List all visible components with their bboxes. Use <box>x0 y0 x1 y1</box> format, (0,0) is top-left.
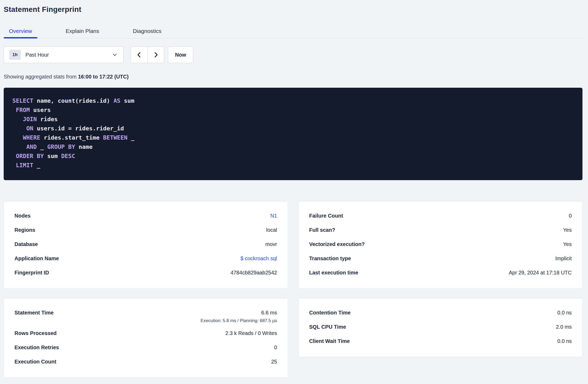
aggregated-stats-prefix: Showing aggregated stats from <box>4 74 78 80</box>
chevron-down-icon <box>112 52 118 58</box>
card-row-label: Execution Retries <box>14 344 59 351</box>
card-row: Full scan?Yes <box>309 224 572 238</box>
time-controls: 1h Past Hour Now <box>4 46 582 63</box>
details-card-right: Failure Count0Full scan?YesVectorized ex… <box>298 201 583 289</box>
card-row: Statement Time6.6 msExecution: 5.8 ms / … <box>14 306 277 327</box>
card-row: NodesN1 <box>14 209 277 224</box>
card-row-value: 0 <box>274 344 277 351</box>
time-range-badge: 1h <box>9 50 21 60</box>
chevron-right-icon <box>152 51 159 58</box>
card-row-label: Contention Time <box>309 310 351 316</box>
sql-line: LIMIT _ <box>12 161 574 170</box>
card-row-value: 4784cb829aab2542 <box>231 270 277 276</box>
card-row-label: Failure Count <box>309 213 343 219</box>
card-row: Transaction typeImplicit <box>309 252 572 266</box>
card-row-label: Application Name <box>14 255 59 262</box>
card-row: Client Wait Time0.0 ns <box>309 335 572 349</box>
card-row-label: Nodes <box>14 213 31 219</box>
card-row-value: Yes <box>563 241 572 247</box>
next-time-range-button[interactable] <box>147 47 164 63</box>
card-row-value: Yes <box>563 227 572 233</box>
card-row: Vectorized execution?Yes <box>309 238 572 252</box>
card-row-label: Fingerprint ID <box>14 270 49 276</box>
card-row: Execution Count25 <box>14 355 277 370</box>
now-button[interactable]: Now <box>168 46 193 63</box>
sql-line: AND _ GROUP BY name <box>12 142 574 151</box>
card-row-value: 6.6 ms <box>201 310 277 316</box>
tab-diagnostics[interactable]: Diagnostics <box>128 24 167 38</box>
card-row-value-link[interactable]: $ cockroach sql <box>241 255 277 262</box>
timing-card-left: Statement Time6.6 msExecution: 5.8 ms / … <box>4 298 288 378</box>
card-row-subvalue: Execution: 5.8 ms / Planning: 687.5 µs <box>201 318 277 323</box>
sql-line: ON users.id = rides.rider_id <box>12 124 574 133</box>
sql-line: SELECT name, count(rides.id) AS sum <box>12 96 574 105</box>
card-row: Fingerprint ID4784cb829aab2542 <box>14 266 277 280</box>
card-row: SQL CPU Time2.0 ms <box>309 321 572 335</box>
statement-fingerprint-page: Statement Fingerprint OverviewExplain Pl… <box>0 0 588 378</box>
card-row-value: Apr 29, 2024 at 17:18 UTC <box>509 270 572 276</box>
card-row: Execution Retries0 <box>14 341 277 355</box>
card-row: Regionslocal <box>14 224 277 238</box>
card-row: Application Name$ cockroach sql <box>14 252 277 266</box>
sql-statement-box: SELECT name, count(rides.id) AS sum FROM… <box>4 88 582 180</box>
card-row-label: Rows Processed <box>14 330 57 336</box>
card-row-label: Regions <box>14 227 35 233</box>
card-row-label: Client Wait Time <box>309 338 350 344</box>
chevron-left-icon <box>136 51 143 58</box>
card-row: Last execution timeApr 29, 2024 at 17:18… <box>309 266 572 280</box>
card-row-label: SQL CPU Time <box>309 324 346 330</box>
card-row-value: Implicit <box>555 255 572 262</box>
timing-card-right: Contention Time0.0 nsSQL CPU Time2.0 msC… <box>298 298 583 357</box>
sql-line: WHERE rides.start_time BETWEEN _ <box>12 133 574 142</box>
previous-time-range-button[interactable] <box>131 47 147 63</box>
card-row-label: Last execution time <box>309 270 358 276</box>
card-row-value: 25 <box>271 359 277 365</box>
card-row-value: local <box>266 227 277 233</box>
card-row-value-link[interactable]: N1 <box>270 213 277 219</box>
card-row-label: Transaction type <box>309 255 351 262</box>
tab-bar: OverviewExplain PlansDiagnostics <box>4 24 582 38</box>
summary-cards: NodesN1RegionslocalDatabasemovrApplicati… <box>4 201 582 378</box>
card-row: Rows Processed2.3 k Reads / 0 Writes <box>14 327 277 341</box>
card-row-label: Execution Count <box>14 359 56 365</box>
aggregated-stats-summary: Showing aggregated stats from 16:00 to 1… <box>4 74 582 80</box>
card-row-value: 2.0 ms <box>556 324 572 330</box>
card-row-label: Statement Time <box>14 310 54 316</box>
time-range-arrows <box>131 46 164 63</box>
card-row: Databasemovr <box>14 238 277 252</box>
sql-line: ORDER BY sum DESC <box>12 151 574 161</box>
sql-line: FROM users <box>12 105 574 115</box>
card-row-value: 2.3 k Reads / 0 Writes <box>225 330 277 336</box>
tab-overview[interactable]: Overview <box>4 24 37 38</box>
aggregated-stats-range: 16:00 to 17:22 (UTC) <box>78 74 128 80</box>
card-row-label: Full scan? <box>309 227 335 233</box>
page-title: Statement Fingerprint <box>4 5 582 14</box>
card-row: Contention Time0.0 ns <box>309 306 572 321</box>
time-range-label: Past Hour <box>26 52 112 58</box>
card-row-label: Database <box>14 241 38 247</box>
time-range-picker[interactable]: 1h Past Hour <box>4 46 124 63</box>
card-row-value: movr <box>265 241 277 247</box>
sql-line: JOIN rides <box>12 115 574 124</box>
card-row-value: 0.0 ns <box>557 338 572 344</box>
card-row: Failure Count0 <box>309 209 572 224</box>
tab-explain-plans[interactable]: Explain Plans <box>61 24 104 38</box>
card-row-value: 0 <box>569 213 572 219</box>
sql-code: SELECT name, count(rides.id) AS sum FROM… <box>12 96 574 170</box>
details-card-left: NodesN1RegionslocalDatabasemovrApplicati… <box>4 201 288 289</box>
card-row-label: Vectorized execution? <box>309 241 365 247</box>
card-row-value: 0.0 ns <box>557 310 572 316</box>
